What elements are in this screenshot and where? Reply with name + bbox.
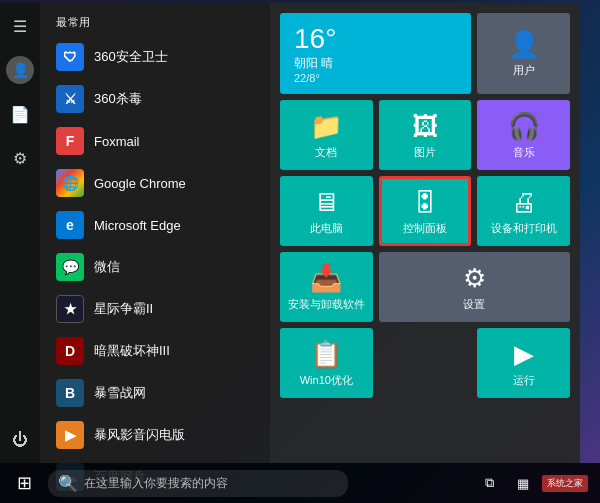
app-icon-360safe: 🛡	[56, 43, 84, 71]
tile-documents-label: 文档	[315, 146, 337, 159]
app-icon-battlenet: B	[56, 379, 84, 407]
app-icon-diablo: D	[56, 337, 84, 365]
tile-photos-label: 图片	[414, 146, 436, 159]
tile-win10-optimize[interactable]: 📋 Win10优化	[280, 328, 373, 398]
weather-location: 朝阳 晴	[294, 55, 333, 72]
app-label-360safe: 360安全卫士	[94, 48, 168, 66]
taskbar-search-bar[interactable]: 🔍 在这里输入你要搜索的内容	[48, 470, 348, 497]
start-menu: ☰ 👤 📄 ⚙ ⏻ 最常用 🛡 360安全卫士 ⚔ 360杀毒 F Foxmai…	[0, 3, 580, 463]
tile-win10-icon: 📋	[310, 339, 342, 370]
app-label-edge: Microsoft Edge	[94, 218, 181, 233]
sidebar-user-icon[interactable]: 👤	[5, 55, 35, 85]
user-avatar: 👤	[6, 56, 34, 84]
tile-run-label: 运行	[513, 374, 535, 387]
taskbar: ⊞ 🔍 在这里输入你要搜索的内容 ⧉ ▦ 系统之家	[0, 463, 600, 503]
app-item-storm[interactable]: ▶ 暴风影音闪电版	[40, 414, 270, 456]
app-item-battlenet[interactable]: B 暴雪战网	[40, 372, 270, 414]
sys-home-badge[interactable]: 系统之家	[542, 475, 588, 492]
tile-devices-icon: 🖨	[511, 187, 537, 218]
tile-computer-icon: 🖥	[313, 187, 339, 218]
tile-control-icon: 🎛	[412, 187, 438, 218]
app-icon-edge: e	[56, 211, 84, 239]
tile-photos[interactable]: 🖼 图片	[379, 100, 472, 170]
tile-win10-label: Win10优化	[300, 374, 353, 387]
app-label-foxmail: Foxmail	[94, 134, 140, 149]
most-used-label: 最常用	[40, 11, 270, 36]
start-button[interactable]: ⊞	[4, 463, 44, 503]
sidebar-docs-icon[interactable]: 📄	[5, 99, 35, 129]
taskbar-right-icons: ⧉ ▦ 系统之家	[474, 468, 596, 498]
tile-settings-icon: ⚙	[463, 263, 486, 294]
tile-photos-icon: 🖼	[412, 111, 438, 142]
app-item-starcraft[interactable]: ★ 星际争霸II	[40, 288, 270, 330]
app-icon-storm: ▶	[56, 421, 84, 449]
tile-weather[interactable]: 16° 朝阳 晴 22/8°	[280, 13, 471, 94]
tile-settings-label: 设置	[463, 298, 485, 311]
tile-devices[interactable]: 🖨 设备和打印机	[477, 176, 570, 246]
app-item-chrome[interactable]: 🌐 Google Chrome	[40, 162, 270, 204]
app-icon-starcraft: ★	[56, 295, 84, 323]
widgets-button[interactable]: ▦	[508, 468, 538, 498]
tile-install-label: 安装与卸载软件	[288, 298, 365, 311]
tile-music-label: 音乐	[513, 146, 535, 159]
start-menu-sidebar: ☰ 👤 📄 ⚙ ⏻	[0, 3, 40, 463]
weather-range: 22/8°	[294, 72, 320, 84]
tile-computer-label: 此电脑	[310, 222, 343, 235]
weather-temperature: 16°	[294, 23, 336, 55]
tile-user-icon: 👤	[508, 29, 540, 60]
sidebar-power-icon[interactable]: ⏻	[5, 425, 35, 455]
tile-settings[interactable]: ⚙ 设置	[379, 252, 570, 322]
sidebar-settings-icon[interactable]: ⚙	[5, 143, 35, 173]
app-list-panel: 最常用 🛡 360安全卫士 ⚔ 360杀毒 F Foxmail 🌐 Google…	[40, 3, 270, 463]
app-item-wechat[interactable]: 💬 微信	[40, 246, 270, 288]
tile-documents-icon: 📁	[310, 111, 342, 142]
tile-user-label: 用户	[513, 64, 535, 77]
app-label-wechat: 微信	[94, 258, 120, 276]
sidebar-menu-icon[interactable]: ☰	[5, 11, 35, 41]
tile-control-label: 控制面板	[403, 222, 447, 235]
app-item-foxmail[interactable]: F Foxmail	[40, 120, 270, 162]
app-item-edge[interactable]: e Microsoft Edge	[40, 204, 270, 246]
tile-install-icon: 📥	[310, 263, 342, 294]
app-icon-foxmail: F	[56, 127, 84, 155]
app-icon-360av: ⚔	[56, 85, 84, 113]
tile-user[interactable]: 👤 用户	[477, 13, 570, 94]
task-view-button[interactable]: ⧉	[474, 468, 504, 498]
tile-control-panel[interactable]: 🎛 控制面板	[379, 176, 472, 246]
tile-install[interactable]: 📥 安装与卸载软件	[280, 252, 373, 322]
taskbar-search-text: 在这里输入你要搜索的内容	[84, 475, 228, 492]
app-label-chrome: Google Chrome	[94, 176, 186, 191]
tile-music[interactable]: 🎧 音乐	[477, 100, 570, 170]
app-item-360av[interactable]: ⚔ 360杀毒	[40, 78, 270, 120]
taskbar-search-icon: 🔍	[58, 474, 78, 493]
app-label-starcraft: 星际争霸II	[94, 300, 153, 318]
app-label-storm: 暴风影音闪电版	[94, 426, 185, 444]
tile-run[interactable]: ▶ 运行	[477, 328, 570, 398]
tile-run-icon: ▶	[514, 339, 534, 370]
tile-documents[interactable]: 📁 文档	[280, 100, 373, 170]
tile-computer[interactable]: 🖥 此电脑	[280, 176, 373, 246]
tile-music-icon: 🎧	[508, 111, 540, 142]
app-label-battlenet: 暴雪战网	[94, 384, 146, 402]
app-item-diablo[interactable]: D 暗黑破坏神III	[40, 330, 270, 372]
app-icon-chrome: 🌐	[56, 169, 84, 197]
tile-devices-label: 设备和打印机	[491, 222, 557, 235]
app-label-diablo: 暗黑破坏神III	[94, 342, 170, 360]
app-label-360av: 360杀毒	[94, 90, 142, 108]
tiles-panel: 16° 朝阳 晴 22/8° 👤 用户 📁 文档 🖼 图片 🎧 音乐 🖥 此电脑	[270, 3, 580, 463]
app-item-360safe[interactable]: 🛡 360安全卫士	[40, 36, 270, 78]
app-icon-wechat: 💬	[56, 253, 84, 281]
